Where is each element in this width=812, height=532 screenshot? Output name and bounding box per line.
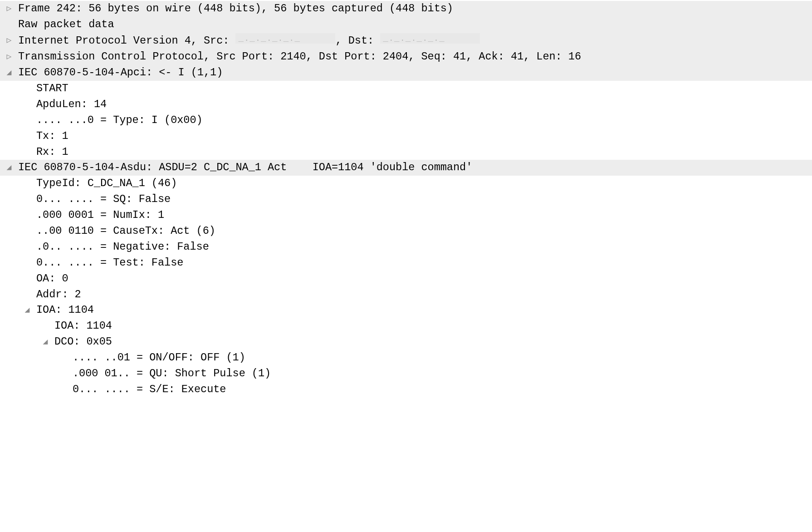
asdu-test-row[interactable]: 0... .... = Test: False: [0, 255, 812, 271]
dco-se-row[interactable]: 0... .... = S/E: Execute: [0, 382, 812, 398]
asdu-oa-row[interactable]: OA: 0: [0, 271, 812, 287]
apci-tx-row[interactable]: Tx: 1: [0, 128, 812, 144]
ioa-row[interactable]: ◢ IOA: 1104: [0, 302, 812, 318]
apci-rx-text: Rx: 1: [18, 145, 68, 160]
apci-start-text: START: [18, 81, 68, 96]
asdu-neg-row[interactable]: .0.. .... = Negative: False: [0, 239, 812, 255]
collapse-icon[interactable]: ▷: [0, 35, 18, 46]
raw-packet-text: Raw packet data: [18, 17, 114, 32]
apci-len-text: ApduLen: 14: [18, 97, 107, 112]
asdu-neg-text: .0.. .... = Negative: False: [18, 240, 209, 255]
asdu-sq-row[interactable]: 0... .... = SQ: False: [0, 192, 812, 207]
apci-len-row[interactable]: ApduLen: 14: [0, 97, 812, 113]
dco-hdr-text: DCO: 0x05: [54, 335, 112, 350]
apci-type-row[interactable]: .... ...0 = Type: I (0x00): [0, 113, 812, 128]
expand-icon[interactable]: ◢: [0, 67, 18, 79]
expand-icon[interactable]: ◢: [36, 336, 54, 348]
asdu-typeid-row[interactable]: TypeId: C_DC_NA_1 (46): [0, 176, 812, 192]
ioa-val-text: IOA: 1104: [18, 319, 112, 334]
apci-row[interactable]: ◢ IEC 60870-5-104-Apci: <- I (1,1): [0, 65, 812, 81]
asdu-addr-text: Addr: 2: [18, 287, 81, 302]
expand-icon[interactable]: ◢: [18, 305, 36, 316]
dco-onoff-text: .... ..01 = ON/OFF: OFF (1): [18, 350, 245, 365]
ioa-val-row[interactable]: IOA: 1104: [0, 318, 812, 334]
asdu-oa-text: OA: 0: [18, 271, 68, 286]
ioa-hdr-text: IOA: 1104: [36, 303, 94, 318]
collapse-icon[interactable]: ▷: [0, 51, 18, 63]
tcp-text: Transmission Control Protocol, Src Port:…: [18, 49, 581, 64]
asdu-numix-text: .000 0001 = NumIx: 1: [18, 208, 164, 223]
asdu-text: IEC 60870-5-104-Asdu: ASDU=2 C_DC_NA_1 A…: [18, 160, 472, 175]
asdu-row[interactable]: ◢ IEC 60870-5-104-Asdu: ASDU=2 C_DC_NA_1…: [0, 160, 812, 176]
raw-packet-row[interactable]: Raw packet data: [0, 17, 812, 33]
ip-dst-redacted: [380, 33, 480, 44]
asdu-sq-text: 0... .... = SQ: False: [18, 192, 171, 207]
frame-row[interactable]: ▷ Frame 242: 56 bytes on wire (448 bits)…: [0, 1, 812, 17]
ip-mid: , Dst:: [335, 34, 380, 49]
expand-icon[interactable]: ◢: [0, 162, 18, 173]
apci-rx-row[interactable]: Rx: 1: [0, 144, 812, 160]
asdu-typeid-text: TypeId: C_DC_NA_1 (46): [18, 176, 177, 191]
asdu-numix-row[interactable]: .000 0001 = NumIx: 1: [0, 207, 812, 223]
dco-se-text: 0... .... = S/E: Execute: [18, 382, 226, 397]
dco-qu-text: .000 01.. = QU: Short Pulse (1): [18, 366, 271, 381]
apci-tx-text: Tx: 1: [18, 129, 68, 144]
dco-row[interactable]: ◢ DCO: 0x05: [0, 334, 812, 350]
frame-text: Frame 242: 56 bytes on wire (448 bits), …: [18, 1, 453, 16]
dco-qu-row[interactable]: .000 01.. = QU: Short Pulse (1): [0, 366, 812, 382]
ip-src-redacted: [235, 33, 335, 44]
apci-type-text: .... ...0 = Type: I (0x00): [18, 113, 203, 128]
asdu-cause-text: ..00 0110 = CauseTx: Act (6): [18, 224, 215, 239]
packet-details-tree: ▷ Frame 242: 56 bytes on wire (448 bits)…: [0, 0, 812, 399]
asdu-addr-row[interactable]: Addr: 2: [0, 287, 812, 303]
ip-row[interactable]: ▷ Internet Protocol Version 4, Src: , Ds…: [0, 33, 812, 49]
ip-prefix: Internet Protocol Version 4, Src:: [18, 34, 235, 49]
asdu-cause-row[interactable]: ..00 0110 = CauseTx: Act (6): [0, 223, 812, 239]
dco-onoff-row[interactable]: .... ..01 = ON/OFF: OFF (1): [0, 350, 812, 366]
asdu-test-text: 0... .... = Test: False: [18, 256, 183, 271]
collapse-icon[interactable]: ▷: [0, 3, 18, 15]
apci-text: IEC 60870-5-104-Apci: <- I (1,1): [18, 65, 223, 80]
tcp-row[interactable]: ▷ Transmission Control Protocol, Src Por…: [0, 49, 812, 65]
apci-start-row[interactable]: START: [0, 81, 812, 97]
